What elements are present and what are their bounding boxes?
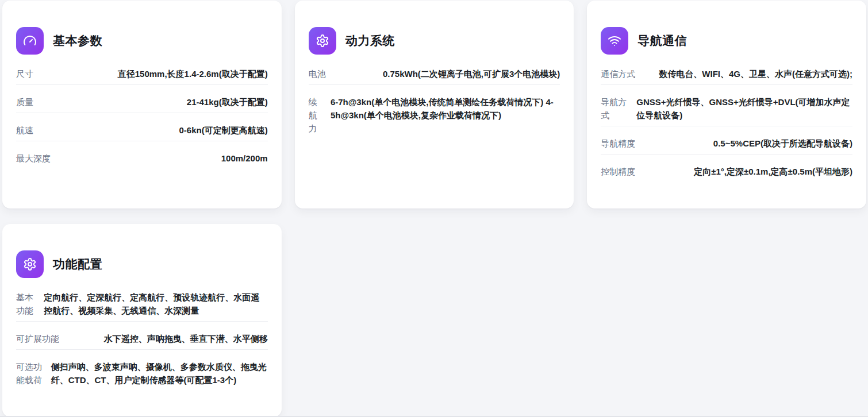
spec-card-power-system: 动力系统 电池 0.75kWh(二次锂离子电池,可扩展3个电池模块) 续航力 6… [295, 1, 574, 208]
spec-row: 电池 0.75kWh(二次锂离子电池,可扩展3个电池模块) [309, 57, 560, 85]
spec-row: 可扩展功能 水下遥控、声呐拖曳、垂直下潜、水平侧移 [16, 322, 268, 350]
spec-label: 可扩展功能 [16, 332, 59, 345]
card-title: 功能配置 [53, 256, 102, 272]
specs-grid: 基本参数 尺寸 直径150mm,长度1.4-2.6m(取决于配置) 质量 21-… [0, 0, 868, 417]
spec-label: 导航方式 [601, 95, 629, 122]
spec-label: 最大深度 [16, 152, 51, 165]
spec-label: 可选功能载荷 [16, 360, 44, 387]
spec-label: 质量 [16, 95, 33, 109]
spec-label: 导航精度 [601, 137, 635, 150]
spec-label: 基本功能 [16, 291, 37, 317]
spec-row: 航速 0-6kn(可定制更高航速) [16, 113, 268, 141]
spec-value: 定向±1°,定深±0.1m,定高±0.5m(平坦地形) [694, 165, 852, 178]
spec-value: 直径150mm,长度1.4-2.6m(取决于配置) [118, 67, 268, 80]
spec-value: GNSS+光纤惯导、GNSS+光纤惯导+DVL(可增加水声定位导航设备) [636, 95, 852, 122]
spec-value: 0-6kn(可定制更高航速) [179, 123, 267, 137]
spec-value: 21-41kg(取决于配置) [187, 95, 268, 109]
spec-label: 续航力 [309, 95, 324, 135]
spec-row: 通信方式 数传电台、WIFI、4G、卫星、水声(任意方式可选); [601, 57, 852, 85]
spec-label: 通信方式 [601, 67, 635, 80]
spec-value: 100m/200m [221, 152, 268, 165]
spec-value: 定向航行、定深航行、定高航行、预设轨迹航行、水面遥控航行、视频采集、无线通信、水… [44, 291, 267, 317]
spec-row: 导航方式 GNSS+光纤惯导、GNSS+光纤惯导+DVL(可增加水声定位导航设备… [601, 85, 852, 126]
card-header: 基本参数 [16, 27, 268, 55]
spec-label: 电池 [309, 67, 326, 80]
spec-row: 导航精度 0.5~5%CEP(取决于所选配导航设备) [601, 126, 852, 155]
spec-card-basic-params: 基本参数 尺寸 直径150mm,长度1.4-2.6m(取决于配置) 质量 21-… [2, 1, 282, 208]
spec-card-function-config: 功能配置 基本功能 定向航行、定深航行、定高航行、预设轨迹航行、水面遥控航行、视… [2, 224, 282, 417]
spec-value: 0.75kWh(二次锂离子电池,可扩展3个电池模块) [383, 67, 560, 80]
spec-row: 基本功能 定向航行、定深航行、定高航行、预设轨迹航行、水面遥控航行、视频采集、无… [16, 280, 268, 322]
card-header: 导航通信 [601, 27, 852, 55]
spec-value: 侧扫声呐、多波束声呐、摄像机、多参数水质仪、拖曳光纤、CTD、CT、用户定制传感… [51, 360, 268, 387]
spec-value: 6-7h@3kn(单个电池模块,传统简单测绘任务载荷情况下) 4-5h@3kn(… [331, 95, 560, 135]
spec-row: 最大深度 100m/200m [16, 141, 268, 169]
spec-row: 尺寸 直径150mm,长度1.4-2.6m(取决于配置) [16, 57, 268, 85]
gear-icon [309, 27, 336, 55]
spec-row: 续航力 6-7h@3kn(单个电池模块,传统简单测绘任务载荷情况下) 4-5h@… [309, 85, 560, 139]
wifi-icon [601, 27, 628, 55]
card-title: 动力系统 [345, 33, 395, 49]
spec-row: 控制精度 定向±1°,定深±0.1m,定高±0.5m(平坦地形) [601, 155, 852, 182]
spec-label: 航速 [16, 123, 33, 137]
gear-icon [16, 250, 44, 278]
card-header: 功能配置 [16, 250, 268, 278]
spec-label: 尺寸 [16, 67, 33, 80]
spec-value: 数传电台、WIFI、4G、卫星、水声(任意方式可选); [659, 67, 852, 80]
card-title: 基本参数 [53, 33, 102, 49]
spec-row: 可选功能载荷 侧扫声呐、多波束声呐、摄像机、多参数水质仪、拖曳光纤、CTD、CT… [16, 350, 268, 391]
gauge-icon [16, 27, 44, 55]
card-header: 动力系统 [309, 27, 560, 55]
spec-row: 质量 21-41kg(取决于配置) [16, 85, 268, 113]
spec-label: 控制精度 [601, 165, 635, 178]
spec-value: 0.5~5%CEP(取决于所选配导航设备) [713, 137, 852, 150]
spec-card-nav-comm: 导航通信 通信方式 数传电台、WIFI、4G、卫星、水声(任意方式可选); 导航… [587, 1, 866, 208]
card-title: 导航通信 [637, 33, 687, 49]
spec-value: 水下遥控、声呐拖曳、垂直下潜、水平侧移 [104, 332, 268, 345]
